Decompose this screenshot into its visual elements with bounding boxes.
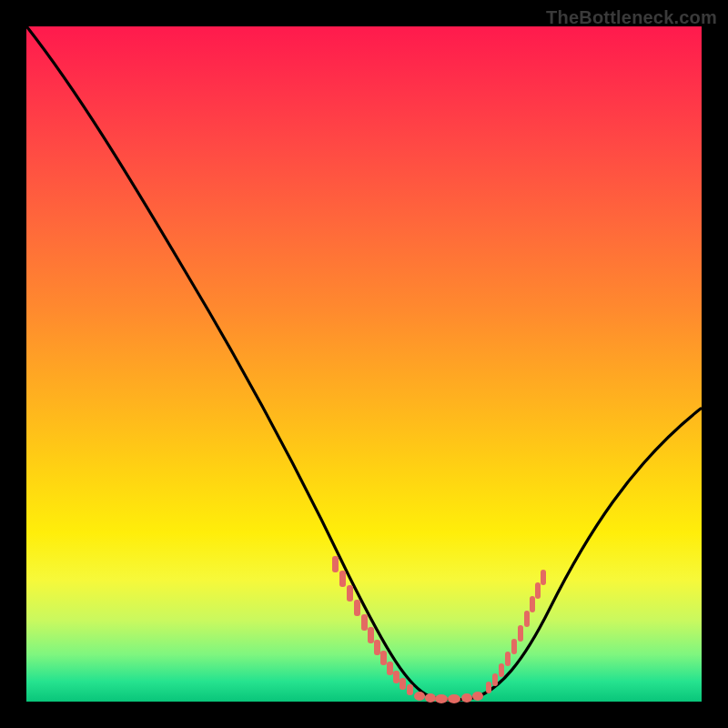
svg-rect-6 — [374, 640, 380, 655]
svg-point-13 — [425, 693, 436, 703]
svg-point-16 — [461, 693, 472, 703]
svg-point-14 — [435, 694, 448, 703]
svg-rect-0 — [332, 556, 339, 572]
valley-markers-left — [332, 556, 413, 695]
svg-rect-5 — [368, 627, 374, 643]
svg-rect-26 — [535, 582, 541, 599]
svg-rect-19 — [492, 673, 498, 686]
svg-rect-20 — [499, 663, 504, 677]
svg-point-12 — [414, 692, 425, 701]
svg-rect-22 — [511, 639, 517, 654]
svg-rect-2 — [347, 585, 353, 602]
svg-rect-23 — [518, 625, 523, 642]
svg-rect-24 — [524, 611, 530, 627]
svg-rect-9 — [393, 671, 399, 683]
svg-point-15 — [448, 694, 460, 703]
plot-area — [26, 26, 702, 702]
watermark-text: TheBottleneck.com — [546, 7, 717, 28]
svg-rect-18 — [486, 682, 491, 693]
svg-rect-1 — [339, 571, 346, 587]
svg-rect-11 — [407, 684, 413, 695]
svg-rect-10 — [399, 678, 406, 690]
chart-frame: TheBottleneck.com — [0, 0, 728, 728]
svg-rect-7 — [380, 651, 387, 665]
svg-rect-4 — [361, 614, 368, 631]
svg-rect-27 — [541, 570, 546, 585]
svg-rect-25 — [530, 596, 535, 612]
svg-rect-21 — [505, 652, 511, 666]
bottleneck-curve — [26, 26, 702, 702]
curve-path — [27, 27, 701, 700]
svg-point-17 — [472, 692, 483, 701]
svg-rect-3 — [354, 600, 360, 616]
svg-rect-8 — [387, 662, 393, 675]
